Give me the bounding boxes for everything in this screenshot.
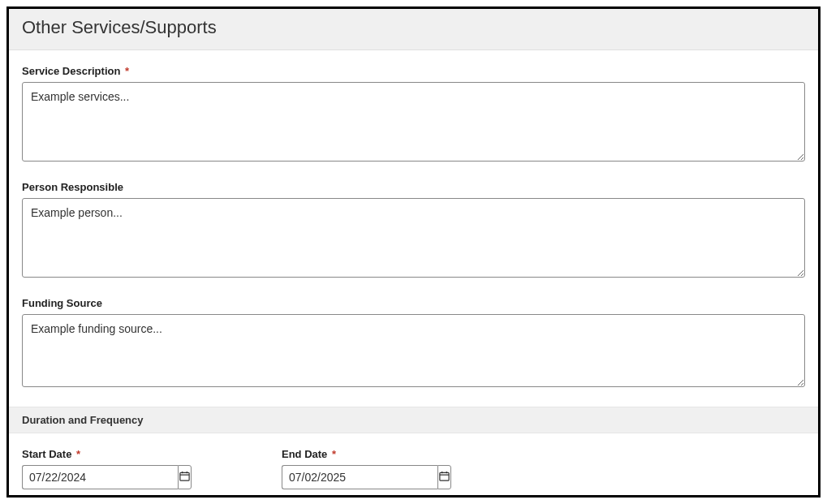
section-title: Other Services/Supports — [9, 9, 818, 50]
start-date-label: Start Date * — [22, 448, 282, 460]
funding-source-label: Funding Source — [22, 297, 805, 309]
form-body: Service Description * Person Responsible… — [9, 50, 818, 489]
end-date-input-wrap — [282, 465, 437, 489]
person-responsible-group: Person Responsible — [22, 181, 805, 281]
start-date-group: Start Date * — [22, 448, 282, 489]
start-date-picker-button[interactable] — [178, 465, 192, 489]
end-date-group: End Date * — [282, 448, 541, 489]
end-date-input[interactable] — [282, 465, 437, 489]
end-date-label: End Date * — [282, 448, 541, 460]
duration-frequency-header: Duration and Frequency — [9, 407, 818, 433]
label-text: Start Date — [22, 448, 71, 460]
person-responsible-label: Person Responsible — [22, 181, 805, 193]
required-asterisk: * — [76, 448, 80, 460]
label-text: Service Description — [22, 65, 120, 77]
funding-source-group: Funding Source — [22, 297, 805, 390]
start-date-input-wrap — [22, 465, 178, 489]
required-asterisk: * — [125, 65, 129, 77]
form-panel: Other Services/Supports Service Descript… — [6, 6, 821, 498]
start-date-input[interactable] — [22, 465, 178, 489]
calendar-icon — [179, 470, 191, 485]
date-row: Start Date * — [22, 448, 805, 489]
person-responsible-input[interactable] — [22, 198, 805, 278]
service-description-group: Service Description * — [22, 65, 805, 165]
label-text: End Date — [282, 448, 327, 460]
service-description-label: Service Description * — [22, 65, 805, 77]
calendar-icon — [438, 470, 450, 485]
end-date-picker-button[interactable] — [437, 465, 451, 489]
svg-rect-4 — [440, 472, 449, 480]
funding-source-input[interactable] — [22, 314, 805, 387]
service-description-input[interactable] — [22, 82, 805, 162]
svg-rect-0 — [180, 472, 189, 480]
required-asterisk: * — [332, 448, 336, 460]
